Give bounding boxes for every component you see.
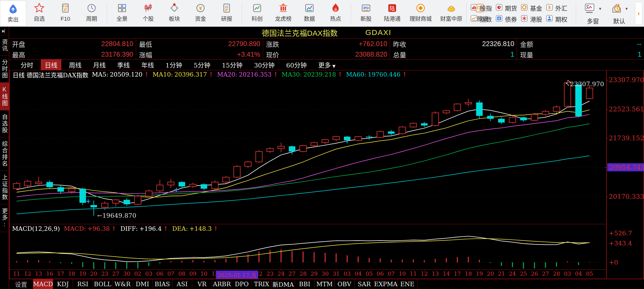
toolbar-right-items: 股指期货基金$外汇指数8债券港股期权 ▼多窗▼默认 ‹ [463, 0, 644, 27]
date-label: 03 [344, 271, 351, 277]
toolbar-divider [576, 3, 576, 23]
toolbar-item-陆港通[interactable]: 陆陆港通 [379, 0, 405, 26]
flame-icon [330, 2, 341, 15]
indicator-tab-BIAS[interactable]: BIAS [152, 279, 172, 289]
period-tab-60分钟[interactable]: 60分钟 [282, 59, 311, 70]
period-tab-年线[interactable]: 年线 [137, 59, 158, 70]
indicator-tab-BBI[interactable]: BBI [295, 279, 315, 289]
period-tab-更多[interactable]: 更多▼ [314, 59, 339, 70]
sidebar-item-分时图[interactable]: 分时图 [0, 56, 9, 83]
quote-label: 现价 [266, 50, 279, 59]
tool-默认[interactable]: ▼默认 [610, 2, 628, 25]
quote-label: 涨跌 [266, 39, 279, 49]
toolbar-item-科创[interactable]: 科创 [244, 0, 270, 26]
indicator-tab-ASI[interactable]: ASI [172, 279, 192, 289]
toolbar-item-个股[interactable]: 个股 [135, 0, 161, 26]
sidebar-item-K线图[interactable]: K线图 [0, 83, 9, 110]
indicator-tab-DPO[interactable]: DPO [232, 279, 252, 289]
price-axis-label: 20170.333 [609, 193, 644, 200]
toolbar-item-数据[interactable]: 数据 [296, 0, 323, 26]
indicator-tab-新DMA[interactable]: 新DMA [272, 279, 295, 289]
market-item-期货[interactable]: 期货 [495, 4, 517, 12]
market-item-港股[interactable]: 港股 [520, 15, 542, 23]
ma-value: 20239.218 [303, 71, 336, 78]
toolbar-item-F10[interactable]: F10F10 [52, 0, 78, 26]
toolbar-item-自选[interactable]: 自选 [26, 0, 52, 26]
period-tab-15分钟[interactable]: 15分钟 [218, 59, 247, 70]
toolbar-item-label: 陆港通 [384, 15, 400, 23]
date-label: 14 [443, 271, 450, 277]
date-label: 23 [101, 271, 108, 277]
up-arrow-icon: ↑ [163, 225, 168, 232]
indicator-tab-KDJ[interactable]: KDJ [53, 279, 73, 289]
indicator-tab-EXPMA[interactable]: EXPMA [374, 279, 397, 289]
period-tab-季线[interactable]: 季线 [113, 59, 134, 70]
kline-chart-canvas[interactable] [10, 79, 606, 224]
indicator-tab-SAR[interactable]: SAR [354, 279, 374, 289]
instrument-code: GDAXI [365, 28, 391, 37]
indicator-tab-MTM[interactable]: MTM [315, 279, 335, 289]
toolbar-item-板块[interactable]: 板块 [161, 0, 187, 26]
date-label: 16 [46, 271, 53, 277]
tool-label: 默认 [613, 16, 625, 25]
clock-icon [86, 2, 97, 15]
toolbar-item-理财商城[interactable]: 理财商城 [405, 0, 436, 26]
toolbar-item-新股[interactable]: IPO新股 [353, 0, 379, 26]
toolbar-collapse-button[interactable]: ‹ [635, 2, 642, 25]
period-tab-分时[interactable]: 分时 [17, 59, 37, 70]
toolbar-item-研报[interactable]: 研报 [214, 0, 240, 26]
date-label: 18 [465, 271, 472, 277]
toolbar-item-热点[interactable]: 热点 [323, 0, 349, 26]
date-label: 30 [321, 271, 329, 277]
indicator-tab-ARBR[interactable]: ARBR [212, 279, 232, 289]
sidebar-collapse-icon[interactable]: ▶▏ [0, 27, 9, 35]
indicator-tab-MACD[interactable]: MACD [33, 279, 53, 289]
chevron-down-icon: ▼ [332, 64, 335, 69]
sidebar-item-自选股[interactable]: 自选股 [0, 110, 9, 137]
market-item-外汇[interactable]: $外汇 [546, 4, 567, 12]
toolbar-item-资金[interactable]: ¥资金 [187, 0, 214, 26]
indicator-tab-BOLL[interactable]: BOLL [93, 279, 113, 289]
period-tab-5分钟[interactable]: 5分钟 [190, 59, 214, 70]
date-label: 07 [388, 271, 395, 277]
indicator-tab-DMI[interactable]: DMI [133, 279, 152, 289]
toolbar-item-周期[interactable]: 周期 [78, 0, 105, 26]
date-label: 11 [410, 271, 417, 277]
toolbar-item-龙虎榜[interactable]: 龙虎榜 [270, 0, 296, 26]
indicator-tab-设置[interactable]: 设置 [9, 279, 33, 289]
period-tab-日线[interactable]: 日线 [41, 59, 61, 70]
market-item-股指[interactable]: 股指 [470, 4, 492, 12]
period-tab-30分钟[interactable]: 30分钟 [250, 59, 279, 70]
indicator-tab-VR[interactable]: VR [192, 279, 212, 289]
indicator-tab-OBV[interactable]: OBV [335, 279, 354, 289]
indicator-tab-W&R[interactable]: W&R [113, 279, 133, 289]
sidebar-item-上证指数[interactable]: 上证指数 [0, 171, 9, 204]
quote-value: 1 [638, 51, 641, 58]
period-tab-周线[interactable]: 周线 [65, 59, 86, 70]
toolbar-item-卖出[interactable]: 卖出 [0, 1, 26, 26]
market-item-指数[interactable]: 指数 [470, 15, 492, 23]
period-tab-1分钟[interactable]: 1分钟 [162, 59, 186, 70]
left-arrow-icon: ‹ [638, 10, 640, 17]
yuan-circle-icon: ¥ [195, 2, 206, 15]
chevron-down-icon: ▼ [625, 7, 628, 11]
market-item-债券[interactable]: 8债券 [495, 15, 517, 23]
macd-chart-canvas[interactable] [10, 233, 606, 269]
period-tab-label: 月线 [93, 62, 106, 69]
indicator-tab-TRIX[interactable]: TRIX [252, 279, 272, 289]
date-label: 20 [90, 271, 97, 277]
sidebar-item-更多:[interactable]: 更多: [0, 204, 9, 232]
indicator-tab-RSI[interactable]: RSI [73, 279, 93, 289]
quote-cell-现价: 现价23088.820 [263, 49, 390, 60]
indicator-tab-ENE[interactable]: ENE [397, 279, 417, 289]
toolbar-item-全景[interactable]: 全景 [109, 0, 135, 26]
date-label: 10 [399, 271, 406, 277]
market-item-基金[interactable]: 基金 [520, 4, 542, 12]
sidebar-item-综合排名[interactable]: 综合排名 [0, 137, 9, 171]
date-label: 28 [300, 271, 307, 277]
tool-多窗[interactable]: ▼多窗 [584, 2, 602, 25]
market-item-期权[interactable]: 期权 [546, 15, 567, 23]
period-tab-月线[interactable]: 月线 [89, 59, 110, 70]
sidebar-item-资讯[interactable]: 资讯 [0, 35, 9, 56]
toolbar-item-财富中原[interactable]: 财富中原 [436, 0, 467, 26]
